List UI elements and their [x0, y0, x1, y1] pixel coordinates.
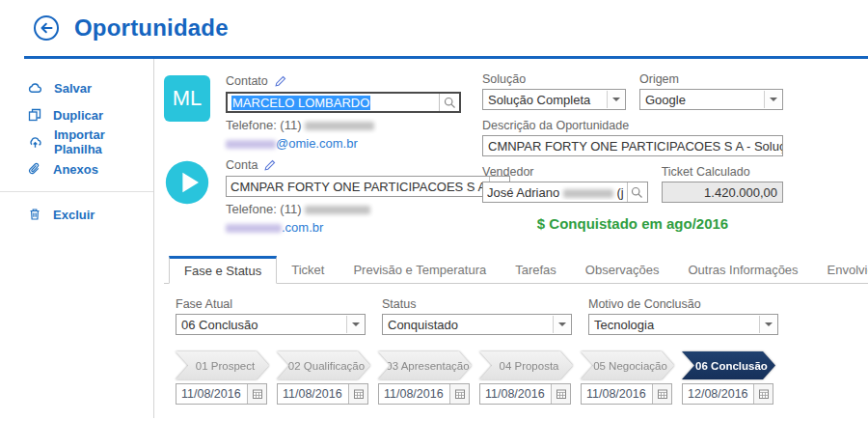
phase-03-apresentacao: 03 Apresentação 11/08/2016	[378, 351, 472, 405]
phase-06-conclusao: 06 Conclusão 12/08/2016	[682, 351, 775, 405]
calendar-icon[interactable]	[348, 384, 367, 404]
phase-date-input[interactable]: 11/08/2016	[479, 383, 571, 405]
sidebar-item-label: Excluir	[53, 208, 95, 222]
phase-chevron[interactable]: 01 Prospect	[176, 351, 269, 379]
descricao-label: Descrição da Oportunidade	[482, 119, 783, 135]
tab-tarefas[interactable]: Tarefas	[501, 257, 571, 283]
search-icon	[631, 186, 643, 199]
motivo-conclusao-value: Tecnologia	[594, 318, 654, 332]
paperclip-icon	[27, 161, 42, 177]
sidebar-item-label: Duplicar	[53, 108, 103, 123]
redacted-email-user	[226, 224, 282, 233]
fase-atual-select[interactable]: 06 Conclusão	[176, 314, 366, 335]
fase-atual-label: Fase Atual	[176, 297, 366, 314]
action-sidebar: Salvar Duplicar Importar Planilha Anexos	[0, 59, 154, 448]
tab-outras-informacoes[interactable]: Outras Informações	[673, 257, 812, 283]
descricao-input[interactable]: CMNPAR FORTY ONE PARTICIPACOES S A - Sol…	[482, 135, 783, 156]
vendedor-search-input[interactable]: José Adriano (j	[482, 182, 648, 203]
status-label: Status	[382, 297, 572, 314]
sidebar-item-label: Importar Planilha	[54, 127, 154, 156]
phase-chevron-active[interactable]: 06 Conclusão	[682, 351, 775, 379]
contact-search-input[interactable]: MARCELO LOMBARDO	[226, 92, 461, 113]
solucao-value: Solução Completa	[488, 93, 590, 107]
contact-search-button[interactable]	[439, 94, 459, 111]
phase-05-negociacao: 05 Negociação 11/08/2016	[581, 351, 674, 405]
phase-04-proposta: 04 Proposta 11/08/2016	[479, 351, 573, 405]
account-label: Conta	[226, 158, 258, 172]
phase-date-input[interactable]: 11/08/2016	[277, 383, 368, 405]
calendar-icon[interactable]	[247, 384, 266, 404]
status-select[interactable]: Conquistado	[382, 314, 572, 335]
ticket-label: Ticket Calculado	[662, 165, 783, 182]
contact-avatar: ML	[164, 75, 210, 122]
sidebar-item-excluir[interactable]: Excluir	[0, 201, 154, 228]
redacted-phone	[305, 122, 374, 130]
phase-date-input[interactable]: 11/08/2016	[176, 383, 267, 405]
calendar-icon[interactable]	[753, 384, 773, 404]
edit-pencil-icon[interactable]	[274, 75, 286, 88]
tab-fase-e-status[interactable]: Fase e Status	[169, 256, 277, 284]
vendedor-search-button[interactable]	[627, 182, 647, 202]
dropdown-arrow-icon[interactable]	[553, 316, 570, 333]
tab-envolvidos[interactable]: Envolvidos	[813, 257, 868, 283]
phase-date-input[interactable]: 11/08/2016	[378, 383, 470, 405]
motivo-conclusao-select[interactable]: Tecnologia	[588, 314, 778, 335]
origem-label: Origem	[639, 72, 783, 89]
account-email[interactable]: .com.br	[226, 220, 510, 235]
sidebar-item-salvar[interactable]: Salvar	[0, 74, 154, 101]
dropdown-arrow-icon[interactable]	[764, 91, 781, 108]
dropdown-arrow-icon[interactable]	[759, 316, 776, 333]
sidebar-item-anexos[interactable]: Anexos	[0, 155, 154, 182]
account-name-value: CMNPAR FORTY ONE PARTICIPACOES S A	[231, 180, 486, 194]
back-arrow-icon	[33, 14, 60, 42]
phase-chevron[interactable]: 03 Apresentação	[378, 351, 472, 379]
redacted-email-user	[226, 140, 276, 149]
duplicate-icon	[27, 107, 42, 123]
sidebar-item-duplicar[interactable]: Duplicar	[0, 101, 154, 128]
back-button[interactable]	[33, 14, 60, 42]
main-content: ML Contato MARCELO LOMBARDO	[154, 59, 868, 448]
phase-chevron[interactable]: 05 Negociação	[581, 351, 674, 379]
search-icon	[444, 97, 456, 109]
origem-value: Google	[645, 93, 686, 107]
calendar-icon[interactable]	[449, 384, 469, 404]
ticket-calculado-field: 1.420.000,00	[662, 182, 783, 203]
won-status-text: $ Conquistado em ago/2016	[482, 215, 783, 232]
tab-bar: Fase e Status Ticket Previsão e Temperat…	[164, 256, 868, 284]
phase-01-prospect: 01 Prospect 11/08/2016	[176, 351, 269, 405]
page-title: Oportunidade	[74, 14, 229, 42]
phase-chevron[interactable]: 04 Proposta	[479, 351, 573, 379]
page-header: Oportunidade	[0, 0, 868, 56]
tab-observacoes[interactable]: Observações	[571, 257, 674, 283]
dropdown-arrow-icon[interactable]	[607, 91, 624, 108]
dropdown-arrow-icon[interactable]	[346, 316, 364, 333]
redacted-phone	[305, 206, 370, 214]
contact-email[interactable]: @omie.com.br	[226, 136, 461, 151]
phase-chevron[interactable]: 02 Qualificação	[277, 351, 370, 379]
phase-date-input[interactable]: 12/08/2016	[682, 383, 773, 405]
tab-previsao-e-temperatura[interactable]: Previsão e Temperatura	[339, 257, 501, 283]
sidebar-item-label: Salvar	[54, 81, 92, 96]
cloud-save-icon	[27, 80, 43, 97]
phase-date-input[interactable]: 11/08/2016	[581, 383, 672, 405]
calendar-icon[interactable]	[551, 384, 570, 404]
sidebar-divider	[0, 191, 154, 192]
contact-label: Contato	[226, 74, 268, 88]
solucao-label: Solução	[482, 72, 626, 89]
origem-select[interactable]: Google	[639, 89, 783, 110]
contact-phone: Telefone: (11)	[226, 118, 461, 132]
calendar-icon[interactable]	[652, 384, 671, 404]
tab-ticket[interactable]: Ticket	[277, 257, 339, 283]
phase-02-qualificacao: 02 Qualificação 11/08/2016	[277, 351, 370, 405]
account-search-input[interactable]: CMNPAR FORTY ONE PARTICIPACOES S A	[226, 176, 510, 197]
vendedor-value: José Adriano (j	[487, 185, 624, 200]
account-phone: Telefone: (11)	[226, 202, 510, 216]
account-block: Conta CMNPAR FORTY ONE PARTICIPACOES S A	[164, 156, 461, 235]
redacted-name	[563, 189, 613, 198]
edit-pencil-icon[interactable]	[263, 159, 276, 172]
solucao-select[interactable]: Solução Completa	[482, 89, 626, 110]
contact-block: ML Contato MARCELO LOMBARDO	[164, 72, 461, 151]
cloud-upload-icon	[27, 134, 43, 151]
sidebar-item-importar-planilha[interactable]: Importar Planilha	[0, 128, 154, 155]
ticket-value: 1.420.000,00	[704, 185, 777, 200]
